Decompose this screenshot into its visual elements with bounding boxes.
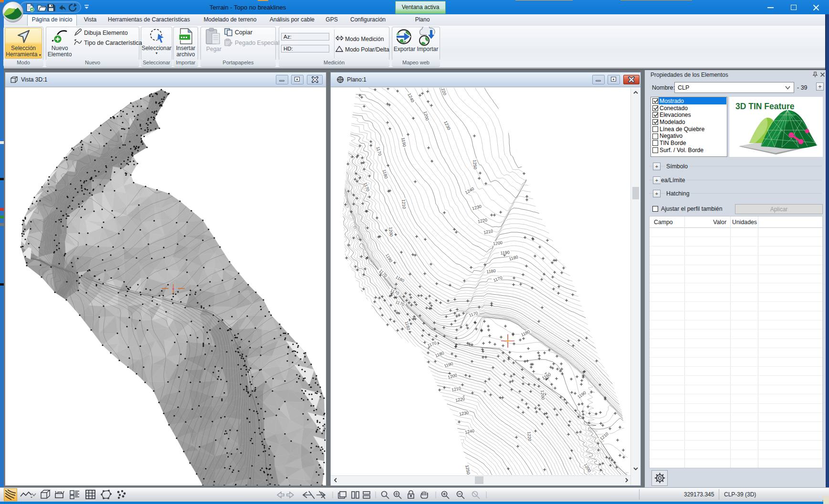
svg-text:1190: 1190 (443, 361, 454, 368)
svg-text:1200: 1200 (388, 227, 394, 237)
svg-text:1170: 1170 (376, 146, 383, 156)
svg-text:1240: 1240 (464, 428, 474, 434)
svg-text:1240: 1240 (407, 93, 415, 103)
svg-text:1180: 1180 (520, 329, 531, 337)
svg-text:1200: 1200 (493, 240, 503, 247)
svg-text:1170: 1170 (468, 310, 479, 318)
svg-text:1180: 1180 (382, 169, 389, 179)
svg-text:1210: 1210 (401, 199, 407, 209)
svg-text:1250: 1250 (464, 464, 471, 474)
svg-text:1170: 1170 (389, 288, 400, 296)
svg-text:1210: 1210 (483, 228, 493, 235)
svg-text:1160: 1160 (404, 320, 411, 330)
svg-text:1250: 1250 (472, 160, 478, 170)
svg-text:1210: 1210 (451, 386, 462, 392)
svg-text:1170: 1170 (395, 299, 405, 307)
svg-text:1220: 1220 (440, 88, 447, 96)
svg-text:1190: 1190 (400, 137, 407, 147)
svg-text:3D TIN Feature: 3D TIN Feature (735, 102, 795, 111)
svg-text:1180: 1180 (508, 255, 518, 262)
svg-text:1180: 1180 (434, 350, 445, 358)
svg-text:1200: 1200 (540, 390, 546, 400)
svg-text:1220: 1220 (526, 432, 532, 442)
svg-text:1230: 1230 (472, 204, 482, 211)
svg-text:1170: 1170 (493, 275, 503, 283)
svg-text:1190: 1190 (500, 250, 510, 256)
svg-text:1230: 1230 (459, 410, 469, 416)
svg-text:1180: 1180 (486, 268, 496, 275)
